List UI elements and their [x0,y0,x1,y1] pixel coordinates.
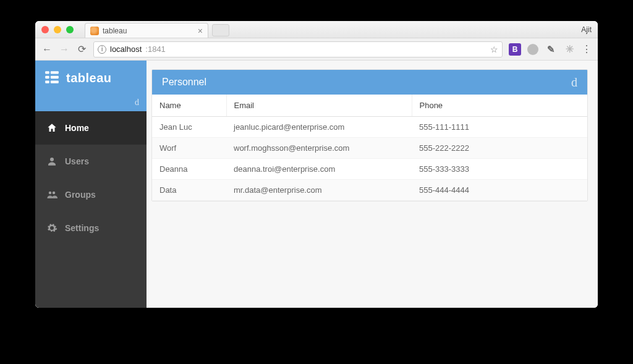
browser-window: tableau × Ajit ← → ⟳ i localhost:1841 ☆ … [35,21,598,308]
personnel-table: Name Email Phone Jean Luc jeanluc.picard… [152,95,587,201]
traffic-lights [41,26,74,33]
table-row[interactable]: Jean Luc jeanluc.picard@enterprise.com 5… [152,117,587,138]
extension-colorpicker-icon[interactable]: ✎ [545,43,557,56]
window-minimize-button[interactable] [54,26,61,33]
window-titlebar: tableau × Ajit [35,21,598,38]
sidebar-item-groups[interactable]: Groups [35,178,147,211]
browser-menu-button[interactable]: ⋮ [582,43,592,55]
address-bar[interactable]: i localhost:1841 ☆ [93,41,503,57]
table-header-row: Name Email Phone [152,95,587,117]
svg-rect-3 [51,76,59,78]
extension-bootstrap-icon[interactable]: B [509,43,521,56]
tab-favicon [90,27,99,35]
extension-generic-icon[interactable] [527,44,538,55]
gear-icon [46,222,57,234]
window-close-button[interactable] [41,26,49,33]
user-icon [46,156,57,167]
panel-badge: d [571,75,577,90]
browser-toolbar: ← → ⟳ i localhost:1841 ☆ B ✎ ✳ ⋮ [35,38,598,61]
tab-title: tableau [103,27,127,35]
app-root: tableau d Home Users Groups [35,61,598,308]
cell-name: Worf [152,138,226,159]
tab-close-icon[interactable]: × [198,27,203,35]
reload-button[interactable]: ⟳ [76,43,87,55]
svg-rect-2 [45,76,49,78]
panel-header: Personnel d [152,70,587,95]
col-phone[interactable]: Phone [412,95,587,117]
sidebar-item-users[interactable]: Users [35,145,147,178]
forward-button[interactable]: → [59,44,70,55]
svg-rect-5 [51,80,59,83]
svg-point-8 [53,192,56,195]
cell-email: worf.moghsson@enterprise.com [226,138,412,159]
svg-point-7 [49,192,52,195]
brand-name: tableau [66,71,112,85]
sidebar: tableau d Home Users Groups [35,61,147,308]
cell-email: jeanluc.picard@enterprise.com [226,117,412,138]
sidebar-nav: Home Users Groups Settings [35,111,147,245]
main-content: Personnel d Name Email Phone Jean Luc [147,61,598,308]
svg-rect-0 [45,71,49,74]
sidebar-item-settings[interactable]: Settings [35,211,147,245]
cell-name: Deanna [152,159,226,180]
browser-profile-name[interactable]: Ajit [581,25,592,34]
sidebar-item-label: Users [65,156,89,166]
sidebar-item-home[interactable]: Home [35,111,147,145]
cell-phone: 555-333-3333 [412,159,587,180]
cell-name: Jean Luc [152,117,226,138]
table-row[interactable]: Deanna deanna.troi@enterprise.com 555-33… [152,159,587,180]
personnel-panel: Personnel d Name Email Phone Jean Luc [151,69,588,201]
back-button[interactable]: ← [41,44,53,55]
tab-strip: tableau × [85,21,229,38]
browser-tab[interactable]: tableau × [85,23,208,38]
bookmark-star-icon[interactable]: ☆ [490,44,498,54]
cell-phone: 555-222-2222 [412,138,587,159]
new-tab-button[interactable] [212,24,229,36]
group-icon [46,189,57,200]
cell-email: mr.data@enterprise.com [226,180,412,201]
sidebar-item-label: Groups [65,190,96,200]
brand-subscript: d [135,98,139,108]
table-row[interactable]: Data mr.data@enterprise.com 555-444-4444 [152,180,587,201]
home-icon [46,122,57,133]
sidebar-item-label: Settings [65,223,99,233]
cell-name: Data [152,180,226,201]
window-zoom-button[interactable] [66,26,74,33]
svg-rect-4 [45,80,49,83]
svg-point-6 [50,158,54,161]
cell-email: deanna.troi@enterprise.com [226,159,412,180]
col-name[interactable]: Name [152,95,226,117]
url-host: localhost [110,44,142,54]
col-email[interactable]: Email [226,95,412,117]
svg-rect-1 [51,71,59,74]
cell-phone: 555-444-4444 [412,180,587,201]
cell-phone: 555-111-1111 [412,117,587,138]
site-info-icon[interactable]: i [98,45,106,54]
brand-icon [44,69,60,87]
table-row[interactable]: Worf worf.moghsson@enterprise.com 555-22… [152,138,587,159]
sidebar-item-label: Home [65,123,89,133]
url-port: :1841 [145,44,166,54]
panel-title: Personnel [162,77,206,88]
brand-header: tableau d [35,61,147,111]
extension-snowflake-icon[interactable]: ✳ [563,43,576,56]
